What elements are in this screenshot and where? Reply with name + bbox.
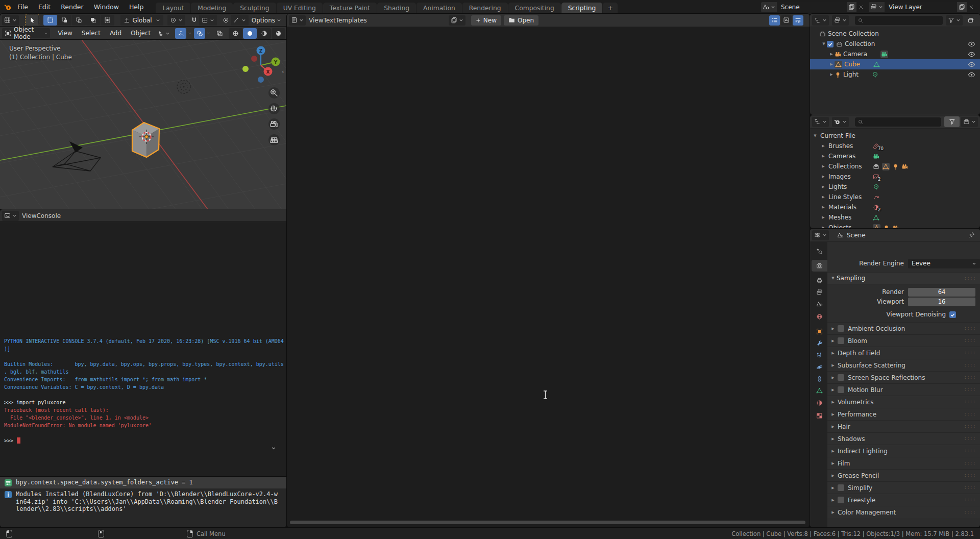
workspace-tab-rendering[interactable]: Rendering (462, 3, 508, 14)
expander[interactable]: ▼ (821, 42, 827, 46)
properties-tab-viewlayer[interactable] (812, 286, 827, 298)
outliner-row-camera[interactable]: ▶Camera (810, 49, 980, 59)
view-layer-name-field[interactable]: View Layer (885, 2, 957, 12)
panel-hair[interactable]: ▶Hair:::: (827, 420, 980, 432)
menu-item[interactable]: Select (77, 30, 105, 37)
properties-tab-output[interactable] (812, 275, 827, 286)
display-mode-dropdown[interactable] (832, 15, 849, 26)
expander[interactable]: ▶ (829, 388, 837, 392)
panel-performance[interactable]: ▶Performance:::: (827, 408, 980, 420)
editor-type-button[interactable] (812, 117, 829, 127)
new-collection-button[interactable] (964, 15, 978, 26)
workspace-tab-texture-paint[interactable]: Texture Paint (323, 3, 377, 14)
navigation-gizmo[interactable]: Z Y X (242, 46, 280, 83)
properties-tab-tool[interactable] (812, 246, 827, 257)
shading-material-button[interactable] (257, 28, 271, 39)
panel-film[interactable]: ▶Film:::: (827, 457, 980, 469)
grid-view-button[interactable] (268, 134, 280, 145)
expander[interactable]: ▶ (820, 154, 826, 158)
panel-subsurface-scattering[interactable]: ▶Subsurface Scattering:::: (827, 359, 980, 371)
panel-grip[interactable]: :::: (964, 473, 976, 478)
menu-item[interactable]: Window (89, 0, 124, 14)
expander[interactable]: ▶ (820, 144, 826, 148)
info-log-row[interactable]: Modules Installed (BlendLuxCore) from 'D… (0, 488, 286, 514)
panel-grip[interactable]: :::: (964, 424, 976, 429)
panel-grip[interactable]: :::: (964, 338, 976, 343)
select-mode-3-button[interactable] (72, 15, 86, 26)
properties-tab-mesh[interactable] (812, 385, 827, 397)
info-log-row[interactable]: bpy.context.space_data.system_folders_ac… (0, 477, 286, 488)
sampling-panel-header[interactable]: ▼ Sampling :::: (827, 272, 980, 284)
menu-item[interactable]: Help (124, 0, 149, 14)
hide-in-viewport-eye-icon[interactable] (968, 40, 975, 48)
transform-orientation-dropdown[interactable]: Global (120, 15, 163, 26)
collection-filter-dropdown[interactable] (961, 117, 978, 127)
viewport-denoising-checkbox[interactable] (949, 311, 956, 318)
expander[interactable]: ▶ (829, 486, 837, 490)
expander[interactable]: ▶ (829, 449, 837, 453)
properties-tab-world[interactable] (812, 311, 827, 323)
hide-in-viewport-eye-icon[interactable] (968, 51, 975, 58)
panel-grip[interactable]: :::: (964, 485, 976, 490)
expander[interactable]: ▶ (829, 510, 837, 514)
expander[interactable]: ▶ (828, 62, 835, 66)
select-mode-2-button[interactable] (58, 15, 71, 26)
syntax-highlight-toggle[interactable] (781, 15, 792, 26)
chevron-down-icon[interactable] (188, 31, 191, 36)
blend-file-row-cameras[interactable]: ▶Cameras (810, 151, 980, 161)
pivot-point-dropdown[interactable] (167, 15, 185, 26)
mode-dropdown[interactable]: Object Mode (2, 28, 50, 38)
pan-hand-button[interactable] (268, 103, 280, 114)
panel-volumetrics[interactable]: ▶Volumetrics:::: (827, 396, 980, 408)
blend-file-row-collections[interactable]: ▶Collections (810, 161, 980, 172)
panel-ambient-occlusion[interactable]: ▶Ambient Occlusion:::: (827, 322, 980, 334)
panel-grip[interactable]: :::: (964, 510, 976, 514)
active-tool-button[interactable] (26, 15, 38, 26)
workspace-tab-shading[interactable]: Shading (377, 3, 416, 14)
blend-file-row-line-styles[interactable]: ▶Line Styles (810, 192, 980, 202)
outliner-row-collection[interactable]: ▼Collection (810, 39, 980, 49)
current-file-row[interactable]: ▼ Current File (810, 131, 980, 141)
menu-item[interactable]: Templates (336, 17, 367, 24)
panel-grip[interactable]: :::: (964, 436, 976, 441)
shading-rendered-button[interactable] (272, 28, 285, 39)
panel-checkbox[interactable] (838, 325, 844, 332)
snap-toggle-button[interactable] (189, 15, 199, 26)
hide-in-viewport-eye-icon[interactable] (968, 61, 975, 68)
menu-item[interactable]: Console (36, 212, 61, 219)
expander[interactable]: ▶ (820, 205, 826, 209)
blend-file-row-lights[interactable]: ▶Lights (810, 182, 980, 192)
panel-checkbox[interactable] (838, 337, 844, 344)
panel-grip[interactable]: :::: (964, 326, 976, 331)
menu-item[interactable]: Add (105, 30, 126, 37)
select-mode-4-button[interactable] (86, 15, 100, 26)
editor-type-button[interactable] (289, 15, 306, 26)
expander[interactable]: ▶ (829, 327, 837, 331)
editor-type-button[interactable] (2, 211, 19, 221)
expander[interactable]: ▶ (820, 195, 826, 199)
viewport-canvas[interactable]: Z Y X (0, 40, 286, 209)
scroll-down-indicator[interactable] (271, 446, 276, 451)
blend-file-row-images[interactable]: ▶Images2 (810, 172, 980, 182)
panel-bloom[interactable]: ▶Bloom:::: (827, 334, 980, 347)
remove-view-layer-button[interactable] (967, 2, 976, 12)
hide-in-viewport-eye-icon[interactable] (968, 71, 975, 79)
pin-icon[interactable] (968, 232, 975, 238)
expander[interactable]: ▶ (829, 339, 837, 343)
blend-file-row-meshes[interactable]: ▶Meshes (810, 212, 980, 223)
workspace-tab-animation[interactable]: Animation (416, 3, 462, 14)
panel-checkbox[interactable] (838, 374, 844, 381)
select-mode-5-button[interactable] (101, 15, 114, 26)
text-editor[interactable]: ViewTextTemplates New Open (287, 14, 810, 527)
menu-item[interactable]: View (53, 30, 77, 37)
expander[interactable]: ▶ (829, 437, 837, 441)
display-mode-dropdown[interactable] (832, 117, 849, 127)
shading-wireframe-button[interactable] (229, 28, 242, 39)
expander[interactable]: ▶ (828, 52, 835, 56)
menu-item[interactable]: Object (126, 30, 155, 37)
falloff-dropdown[interactable] (231, 15, 249, 26)
expander[interactable]: ▶ (829, 351, 837, 355)
xray-toggle[interactable] (214, 28, 226, 39)
expander[interactable]: ▶ (820, 175, 826, 179)
properties-tab-render[interactable] (812, 260, 827, 272)
